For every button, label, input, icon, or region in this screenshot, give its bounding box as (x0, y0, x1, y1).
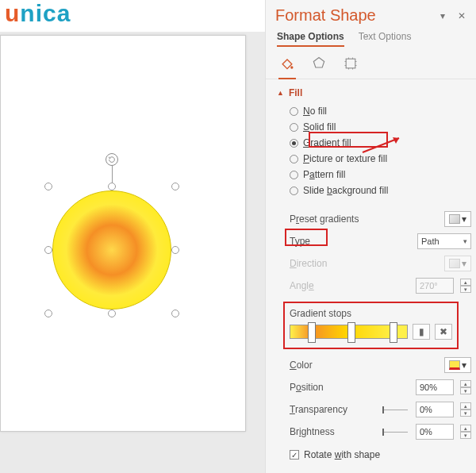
gradient-stops-group: Gradient stops ▮ ✖ (283, 302, 459, 349)
position-spinner[interactable]: 90% (416, 379, 454, 395)
radio-picture-fill[interactable]: Picture or texture fill (290, 151, 471, 167)
gradient-stops-label: Gradient stops (290, 308, 452, 319)
resize-handle-r[interactable] (171, 246, 179, 254)
transparency-label: Transparency (290, 404, 376, 415)
format-shape-panel: Format Shape ▾ ✕ Shape Options Text Opti… (265, 0, 476, 473)
direction-label: Direction (290, 258, 440, 269)
radio-icon (290, 139, 298, 148)
panel-scroll[interactable]: ▲ Fill NNo fillo fill Solid fill Gradien… (266, 79, 476, 473)
brightness-spinner[interactable]: 0% (416, 424, 454, 440)
radio-icon (290, 171, 298, 179)
angle-spinner: 270° (416, 278, 454, 294)
fill-section-label: Fill (289, 87, 302, 98)
gradient-stops-bar[interactable] (290, 325, 408, 339)
add-stop-icon: ▮ (419, 326, 424, 337)
circle-shape[interactable] (52, 190, 171, 310)
resize-handle-tr[interactable] (171, 183, 179, 190)
resize-handle-bl[interactable] (44, 310, 52, 317)
type-combo[interactable]: Path▾ (417, 233, 471, 249)
brightness-stepper[interactable]: ▴▾ (460, 425, 471, 439)
pentagon-icon (311, 56, 327, 71)
radio-pattern-fill[interactable]: Pattern fill (290, 167, 471, 183)
watermark-logo: unica (0, 0, 265, 32)
type-value: Path (421, 236, 440, 246)
resize-handle-t[interactable] (108, 183, 116, 190)
logo-letter-c: c (43, 0, 57, 26)
gradient-stop-handle[interactable] (308, 322, 316, 343)
angle-label: Angle (290, 280, 411, 291)
size-tab-icon[interactable] (340, 53, 361, 74)
radio-solid-fill[interactable]: Solid fill (290, 119, 471, 135)
resize-handle-l[interactable] (44, 246, 52, 254)
tab-shape-options[interactable]: Shape Options (277, 28, 344, 47)
transparency-stepper[interactable]: ▴▾ (460, 402, 471, 417)
collapse-triangle-icon: ▲ (277, 89, 284, 97)
effects-tab-icon[interactable] (309, 53, 329, 74)
transparency-slider[interactable] (382, 410, 408, 410)
slide[interactable] (0, 35, 246, 432)
selected-shape[interactable] (48, 187, 175, 313)
color-picker[interactable]: ▾ (444, 357, 471, 373)
add-stop-button[interactable]: ▮ (413, 324, 430, 340)
logo-letter-n: n (20, 0, 35, 26)
radio-slide-bg-fill[interactable]: Slide background fill (290, 183, 471, 198)
remove-stop-button[interactable]: ✖ (435, 324, 452, 340)
rotate-with-shape-checkbox[interactable]: ✓ Rotate with shape (266, 444, 471, 468)
rotation-handle[interactable] (106, 153, 118, 166)
position-stepper[interactable]: ▴▾ (460, 380, 471, 394)
radio-icon (290, 155, 298, 163)
radio-icon (290, 123, 298, 132)
logo-letter-a: a (57, 0, 71, 26)
radio-icon (290, 107, 298, 116)
resize-handle-b[interactable] (108, 310, 116, 317)
rotate-icon (108, 156, 116, 163)
preset-gradients-picker[interactable]: ▾ (444, 211, 471, 227)
brightness-label: Brightness (290, 426, 376, 437)
paint-bucket-icon (279, 56, 295, 71)
fill-section-header[interactable]: ▲ Fill (266, 84, 471, 103)
gradient-stop-handle[interactable] (390, 322, 397, 343)
remove-stop-icon: ✖ (440, 326, 447, 337)
brightness-slider[interactable] (382, 432, 408, 433)
angle-stepper: ▴▾ (460, 279, 471, 293)
canvas-area: unica (0, 0, 265, 473)
radio-gradient-fill[interactable]: Gradient fill (290, 135, 471, 151)
transparency-spinner[interactable]: 0% (416, 402, 454, 417)
type-label: Type (290, 236, 413, 247)
direction-picker: ▾ (444, 256, 471, 271)
resize-handle-tl[interactable] (44, 183, 52, 190)
logo-letter-u: u (5, 0, 20, 26)
preset-gradients-label: Preset gradients (290, 213, 440, 225)
checkbox-icon: ✓ (290, 450, 299, 460)
resize-handle-br[interactable] (171, 310, 179, 317)
panel-title: Format Shape (275, 6, 430, 25)
position-label: Position (290, 382, 411, 393)
size-icon (343, 56, 359, 71)
radio-no-fill[interactable]: NNo fillo fill (290, 103, 471, 119)
svg-point-0 (290, 66, 293, 68)
gradient-stop-handle[interactable] (347, 322, 355, 343)
radio-icon (290, 187, 298, 195)
tab-text-options[interactable]: Text Options (359, 28, 412, 47)
fill-line-tab-icon[interactable] (277, 53, 298, 74)
svg-rect-1 (346, 59, 355, 68)
panel-close-button[interactable]: ✕ (455, 10, 468, 21)
panel-menu-button[interactable]: ▾ (436, 10, 449, 21)
logo-letter-i: i (36, 0, 43, 26)
color-label: Color (290, 360, 440, 371)
